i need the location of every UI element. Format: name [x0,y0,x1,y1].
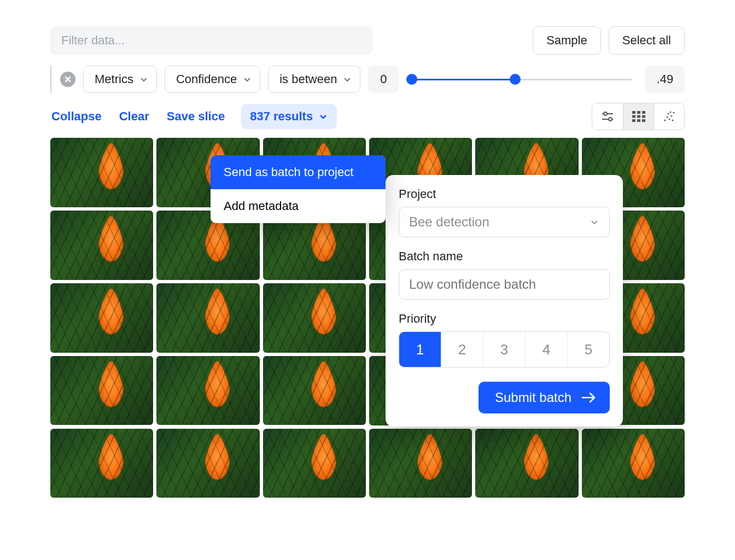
arrow-right-icon [581,392,597,404]
svg-rect-6 [637,115,640,118]
priority-2[interactable]: 2 [441,332,483,367]
ctx-send-batch[interactable]: Send as batch to project [211,155,386,189]
submit-batch-button[interactable]: Submit batch [479,382,610,413]
app-container: Sample Select all Metrics Confidence is … [26,11,709,532]
svg-rect-5 [632,115,635,118]
priority-label: Priority [399,312,610,326]
svg-rect-2 [632,111,635,114]
filter-input[interactable] [50,26,373,55]
svg-point-1 [609,118,612,121]
grid-thumbnail[interactable] [50,356,153,425]
grid-view-button[interactable] [623,103,654,130]
svg-rect-9 [637,119,640,122]
grid-thumbnail[interactable] [50,138,153,207]
chevron-down-icon [139,74,149,84]
select-all-button[interactable]: Select all [609,26,685,55]
clear-button[interactable]: Clear [118,105,150,128]
metrics-dropdown[interactable]: Metrics [83,66,157,93]
context-menu: Send as batch to project Add metadata [211,155,386,223]
project-value: Bee detection [409,214,489,230]
project-label: Project [399,187,610,201]
batch-name-label: Batch name [399,249,610,264]
divider [50,66,51,93]
save-slice-button[interactable]: Save slice [166,105,226,128]
svg-point-11 [664,120,666,121]
filter-row: Metrics Confidence is between [50,66,685,93]
grid-thumbnail[interactable] [369,429,472,498]
range-max-input[interactable] [645,66,685,93]
svg-point-13 [668,119,670,120]
sliders-icon [600,110,615,122]
svg-point-18 [669,112,671,113]
svg-point-16 [673,112,674,114]
svg-rect-10 [642,119,645,122]
grid-thumbnail[interactable] [263,429,366,498]
scatter-view-button[interactable] [654,103,684,130]
priority-1[interactable]: 1 [399,332,441,367]
grid-thumbnail[interactable] [156,429,259,498]
confidence-label: Confidence [176,72,237,86]
priority-segmented: 1 2 3 4 5 [399,331,610,368]
results-count: 837 results [250,109,313,124]
clear-filter-icon[interactable] [60,72,75,87]
slider-thumb-min[interactable] [406,74,417,85]
svg-rect-7 [642,115,645,118]
svg-point-17 [672,120,673,121]
ctx-add-metadata[interactable]: Add metadata [211,189,386,223]
confidence-dropdown[interactable]: Confidence [165,66,260,93]
sample-button[interactable]: Sample [533,26,601,55]
sliders-view-button[interactable] [592,103,623,130]
grid-thumbnail[interactable] [263,283,366,353]
grid-thumbnail[interactable] [50,211,153,280]
grid-thumbnail[interactable] [263,356,366,425]
chevron-down-icon [342,74,352,84]
svg-rect-4 [642,111,645,114]
project-select[interactable]: Bee detection [399,207,610,237]
slider-fill [412,79,518,80]
priority-4[interactable]: 4 [525,332,567,367]
top-row: Sample Select all [50,26,685,55]
operator-label: is between [279,72,337,86]
svg-point-12 [666,116,668,118]
batch-panel: Project Bee detection Batch name Priorit… [386,175,623,427]
grid-icon [632,111,645,122]
results-dropdown[interactable]: 837 results [241,104,337,129]
grid-thumbnail[interactable] [156,356,259,425]
view-toggle-group [592,103,685,130]
svg-point-0 [604,112,607,115]
submit-label: Submit batch [495,390,571,405]
range-min-input[interactable] [368,66,399,93]
svg-point-14 [667,113,669,115]
grid-thumbnail[interactable] [582,429,685,498]
grid-thumbnail[interactable] [156,283,259,353]
grid-thumbnail[interactable] [475,429,578,498]
grid-thumbnail[interactable] [50,283,153,353]
action-row: Collapse Clear Save slice 837 results [50,103,685,130]
operator-dropdown[interactable]: is between [268,66,360,93]
scatter-icon [663,110,676,122]
collapse-button[interactable]: Collapse [50,105,103,128]
range-slider[interactable] [406,66,638,93]
priority-3[interactable]: 3 [483,332,525,367]
chevron-down-icon [242,74,252,84]
svg-rect-8 [632,119,635,122]
grid-thumbnail[interactable] [50,429,153,498]
chevron-down-icon [590,217,599,227]
svg-rect-3 [637,111,640,114]
metrics-label: Metrics [95,72,133,86]
slider-thumb-max[interactable] [510,74,521,85]
priority-5[interactable]: 5 [567,332,609,367]
svg-point-15 [670,115,672,117]
batch-name-input[interactable] [399,269,610,300]
chevron-down-icon [318,112,328,121]
